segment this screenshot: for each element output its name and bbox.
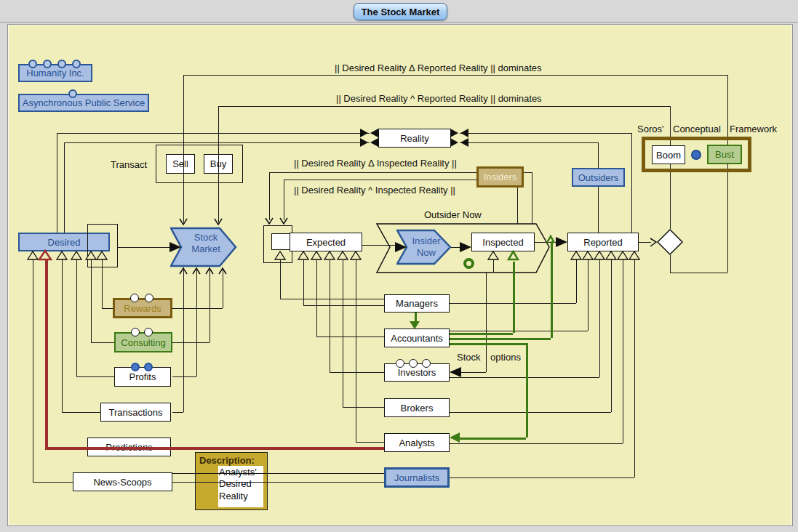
open-triangle-arrow-icon	[324, 251, 335, 260]
green-path-line	[450, 338, 551, 340]
connector-line	[172, 482, 384, 483]
connector-line	[343, 260, 343, 407]
port-circle-icon	[43, 60, 52, 68]
connector-line	[57, 133, 57, 233]
green-path-line	[450, 343, 526, 345]
open-triangle-arrow-icon	[311, 251, 322, 260]
connector-line	[91, 259, 92, 342]
connector-line	[76, 376, 114, 377]
node-insiders[interactable]: Insiders	[476, 166, 524, 188]
connector-line	[330, 260, 330, 372]
open-up-arrow-icon	[179, 267, 188, 275]
node-inspected[interactable]: Inspected	[471, 233, 535, 251]
connector-line	[210, 267, 210, 342]
solid-right-arrow-icon	[460, 242, 471, 252]
open-up-arrow-icon	[192, 267, 201, 275]
connector-line	[532, 172, 532, 224]
open-triangle-arrow-icon	[71, 251, 82, 260]
desired-group-frame[interactable]	[87, 224, 118, 267]
port-circle-icon	[130, 294, 139, 302]
edge-label-inspected-wedge: || Desired Reality ^ Inspected Reality |…	[294, 185, 455, 196]
connector-line	[118, 247, 170, 248]
red-path-line	[45, 447, 384, 450]
connector-line	[91, 342, 114, 343]
green-down-arrow-icon	[410, 321, 420, 329]
node-rewards[interactable]: Rewards	[113, 298, 172, 318]
connector-line	[356, 442, 384, 443]
connector-line	[362, 245, 395, 246]
description-text: Analysts' Desired Reality	[219, 467, 264, 502]
node-reality[interactable]: Reality	[378, 129, 451, 148]
window-title-tab[interactable]: The Stock Market	[354, 3, 447, 20]
node-boom[interactable]: Boom	[652, 145, 685, 164]
node-managers[interactable]: Managers	[384, 294, 450, 313]
node-investors[interactable]: Investors	[384, 363, 450, 382]
node-insider-now-label[interactable]: Insider Now	[406, 235, 447, 259]
open-right-arrow-icon	[650, 238, 658, 247]
port-circle-icon	[28, 60, 37, 68]
open-down-arrow-icon	[265, 217, 274, 225]
titlebar-divider	[0, 22, 798, 23]
open-triangle-arrow-icon	[298, 251, 309, 260]
port-circle-icon	[144, 363, 153, 371]
decision-diamond[interactable]	[656, 228, 684, 256]
node-brokers[interactable]: Brokers	[384, 398, 450, 417]
port-circle-icon	[396, 359, 404, 368]
open-triangle-arrow-icon	[487, 251, 499, 260]
port-circle-icon	[422, 359, 431, 368]
connector-line	[450, 331, 588, 331]
solid-right-arrow-icon	[169, 242, 181, 252]
green-path-line	[450, 333, 513, 335]
label-soros: Soros'	[637, 124, 663, 134]
connector-line	[284, 180, 284, 220]
connector-line	[280, 260, 281, 299]
open-up-arrow-icon	[218, 267, 227, 275]
red-triangle-arrow-icon	[38, 249, 52, 261]
connector-line	[102, 308, 113, 309]
connector-line	[598, 142, 599, 233]
connector-line	[330, 372, 384, 373]
connector-line	[62, 259, 63, 412]
open-triangle-arrow-icon	[96, 251, 108, 260]
node-expected[interactable]: Expected	[290, 233, 362, 251]
node-bust[interactable]: Bust	[707, 145, 742, 164]
node-sell[interactable]: Sell	[166, 154, 195, 174]
node-stock-market-label[interactable]: Stock Market	[182, 232, 230, 256]
port-circle-icon	[57, 60, 66, 68]
connector-line	[303, 260, 304, 305]
connector-line	[670, 273, 727, 273]
open-triangle-arrow-icon	[27, 251, 39, 260]
red-path-line	[45, 259, 48, 448]
port-circle-icon	[131, 363, 140, 371]
node-reported[interactable]: Reported	[567, 233, 639, 251]
port-circle-icon	[72, 60, 81, 68]
connector-line	[218, 106, 670, 107]
edge-label-dominates-delta: || Desired Reality Δ Reported Reality ||…	[335, 63, 541, 73]
node-journalists[interactable]: Journalists	[384, 467, 450, 488]
node-async-public-service[interactable]: Asynchronous Public Service	[18, 94, 149, 112]
connector-line	[172, 308, 223, 309]
connector-line	[493, 260, 494, 273]
label-conceptual: Conceptual	[673, 124, 721, 134]
connector-line	[218, 106, 219, 222]
connector-line	[343, 407, 384, 408]
open-up-arrow-icon	[205, 267, 214, 275]
node-profits[interactable]: Profits	[114, 367, 171, 387]
green-triangle-arrow-icon	[507, 250, 519, 261]
green-path-line	[460, 438, 526, 440]
description-title: Description:	[199, 455, 255, 466]
connector-line	[57, 133, 370, 134]
connector-line	[623, 259, 623, 443]
green-path-line	[526, 343, 528, 438]
node-transactions[interactable]: Transactions	[100, 403, 171, 422]
connector-line	[172, 376, 196, 377]
node-news-scoops[interactable]: News-Scoops	[73, 472, 172, 491]
connector-line	[599, 259, 600, 377]
node-outsiders[interactable]: Outsiders	[572, 168, 625, 187]
node-analysts[interactable]: Analysts	[384, 433, 450, 452]
node-consulting[interactable]: Consulting	[114, 332, 172, 352]
node-accountants[interactable]: Accountants	[384, 329, 450, 347]
connector-line	[172, 342, 210, 343]
connector-line	[280, 299, 384, 299]
bowtie-connector-icon	[450, 129, 469, 138]
